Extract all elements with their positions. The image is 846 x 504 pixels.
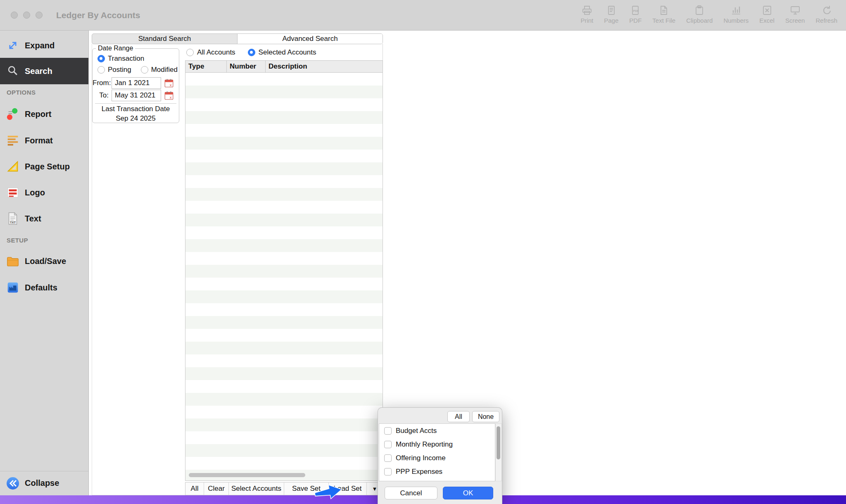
sidebar-item-label: Load/Save [25, 257, 66, 266]
excel-button[interactable]: Excel [754, 0, 780, 31]
checkbox[interactable] [384, 468, 392, 475]
vertical-scrollbar[interactable] [495, 423, 502, 481]
modified-radio-label: Modified [151, 66, 178, 74]
search-tab-bar: Standard Search Advanced Search [92, 33, 383, 44]
selected-accounts-radio[interactable] [248, 49, 255, 56]
sidebar-item-label: Logo [25, 188, 45, 197]
checkbox[interactable] [384, 441, 392, 448]
accounts-table-header: Type Number Description [185, 61, 383, 73]
numbers-button[interactable]: Numbers [718, 0, 754, 31]
text-file-button[interactable]: Text File [647, 0, 681, 31]
list-item-offering-income[interactable]: Offering Income [379, 451, 495, 465]
toolbar-label: Numbers [723, 17, 749, 24]
modified-radio-group: Modified [141, 66, 178, 74]
modified-radio[interactable] [141, 66, 148, 74]
tab-standard-search[interactable]: Standard Search [92, 34, 238, 44]
sidebar-item-format[interactable]: Format [0, 128, 88, 153]
text-file-icon [658, 5, 670, 16]
sidebar-section-options: OPTIONS [7, 89, 36, 96]
list-item-monthly-reporting[interactable]: Monthly Reporting [379, 437, 495, 451]
from-calendar-button[interactable]: x [164, 78, 174, 88]
date-range-group: Date Range Transaction Posting Modified … [92, 48, 179, 123]
refresh-button[interactable]: Refresh [810, 0, 843, 31]
sidebar-item-label: Expand [25, 41, 55, 50]
magnifier-icon [5, 63, 21, 79]
page-button[interactable]: Page [599, 0, 624, 31]
list-item-label: PPP Expenses [396, 468, 442, 476]
last-transaction-date: Sep 24 2025 [93, 114, 179, 123]
pdf-icon: PDF [630, 5, 641, 16]
selected-accounts-radio-group[interactable]: Selected Accounts [248, 48, 316, 57]
column-header-number: Number [227, 61, 266, 72]
all-button[interactable]: All [185, 483, 204, 495]
folder-icon [5, 253, 21, 269]
ok-button[interactable]: OK [443, 487, 493, 499]
screen: Ledger By Accounts Print Page PDF [0, 0, 846, 504]
posting-modified-radio-row: Posting Modified [97, 66, 178, 74]
from-date-row: From: x [93, 77, 179, 89]
pdf-button[interactable]: PDF PDF [624, 0, 647, 31]
print-button[interactable]: Print [575, 0, 599, 31]
clear-button[interactable]: Clear [204, 483, 228, 495]
all-accounts-radio-group[interactable]: All Accounts [186, 48, 235, 57]
list-item-label: Offering Income [396, 454, 446, 462]
sidebar-item-page-setup[interactable]: Page Setup [0, 154, 88, 179]
sidebar-item-load-save[interactable]: Load/Save [0, 249, 88, 273]
toolbar: Print Page PDF PDF [575, 0, 843, 31]
toolbar-label: Page [604, 17, 618, 24]
screen-button[interactable]: Screen [780, 0, 810, 31]
account-actions-bar: All Clear Select Accounts Save Set Load … [185, 482, 383, 495]
to-calendar-button[interactable]: x [164, 90, 174, 100]
select-none-button[interactable]: None [472, 411, 499, 422]
horizontal-scrollbar-thumb[interactable] [189, 473, 305, 477]
posting-radio-group: Posting [97, 66, 131, 74]
all-accounts-radio[interactable] [186, 49, 194, 56]
svg-text:x: x [170, 83, 172, 87]
list-item-ppp-expenses[interactable]: PPP Expenses [379, 465, 495, 478]
to-date-input[interactable] [112, 90, 161, 101]
sidebar-item-text[interactable]: TXT Text [0, 206, 88, 231]
account-set-list: Budget Accts Monthly Reporting Offering … [379, 423, 495, 481]
minimize-button[interactable] [23, 12, 30, 19]
close-button[interactable] [11, 12, 18, 19]
column-header-type: Type [185, 61, 227, 72]
sidebar-item-collapse[interactable]: Collapse [0, 471, 88, 495]
transaction-radio-row: Transaction [97, 55, 144, 63]
column-header-description: Description [266, 61, 383, 72]
vertical-scrollbar-thumb[interactable] [497, 426, 500, 459]
collapse-circle-icon [5, 475, 21, 491]
select-all-button[interactable]: All [447, 411, 470, 422]
sidebar-item-label: Search [25, 67, 52, 76]
accounts-table-body[interactable] [185, 73, 383, 480]
defaults-building-icon [5, 280, 21, 295]
transaction-radio[interactable] [97, 55, 105, 62]
transaction-radio-label: Transaction [108, 55, 144, 63]
checkbox[interactable] [384, 427, 392, 435]
checkbox[interactable] [384, 454, 392, 462]
select-accounts-button[interactable]: Select Accounts [228, 483, 284, 495]
posting-radio[interactable] [97, 66, 105, 74]
report-dots-icon [5, 106, 21, 122]
zoom-button[interactable] [36, 12, 43, 19]
cancel-button[interactable]: Cancel [385, 487, 437, 499]
toolbar-label: Print [580, 17, 593, 24]
tab-advanced-search[interactable]: Advanced Search [238, 34, 383, 44]
format-lines-icon [5, 133, 21, 148]
sidebar-item-report[interactable]: Report [0, 102, 88, 126]
sidebar-item-search[interactable]: Search [0, 58, 88, 84]
account-scope-radios: All Accounts Selected Accounts [186, 48, 316, 57]
clipboard-button[interactable]: Clipboard [681, 0, 718, 31]
toolbar-label: Clipboard [686, 17, 713, 24]
sidebar-item-expand[interactable]: Expand [0, 33, 88, 58]
list-item-budget-accts[interactable]: Budget Accts [379, 424, 495, 437]
sidebar-item-logo[interactable]: Logo [0, 180, 88, 205]
from-date-input[interactable] [112, 77, 161, 89]
from-label: From: [93, 79, 112, 87]
toolbar-label: Excel [759, 17, 775, 24]
accounts-table: Type Number Description [185, 60, 383, 481]
window-title: Ledger By Accounts [56, 0, 140, 31]
sidebar-item-defaults[interactable]: Defaults [0, 275, 88, 300]
selected-accounts-label: Selected Accounts [259, 48, 316, 57]
pointer-arrow-annotation [314, 483, 344, 502]
svg-text:PDF: PDF [633, 10, 639, 12]
